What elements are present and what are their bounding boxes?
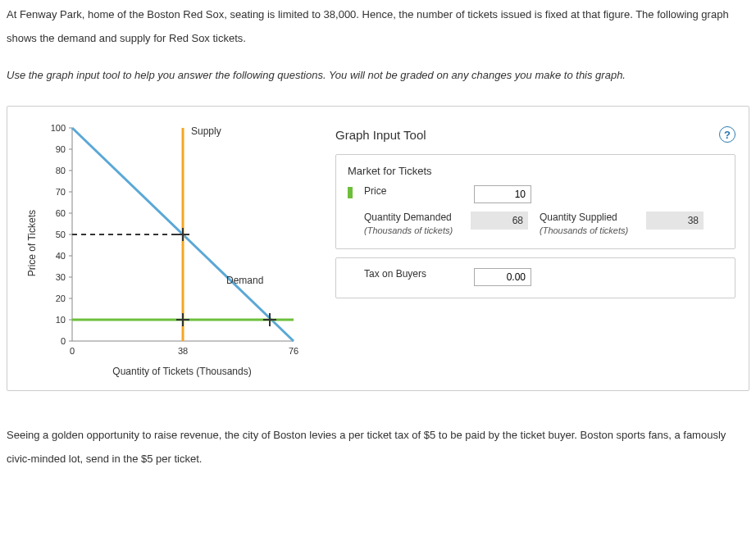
price-input[interactable] [474, 185, 531, 203]
market-group-title: Market for Tickets [348, 165, 723, 177]
market-group: Market for Tickets Price Quantity Demand… [335, 154, 736, 249]
help-icon[interactable]: ? [719, 126, 736, 143]
tool-title: Graph Input Tool [335, 128, 426, 142]
y-tick-70: 70 [56, 187, 66, 197]
x-tick-38: 38 [178, 346, 188, 356]
demand-label: Demand [226, 275, 263, 286]
y-tick-50: 50 [56, 230, 66, 239]
intro-text: At Fenway Park, home of the Boston Red S… [7, 3, 749, 50]
supply-demand-chart[interactable]: 0 10 20 30 40 50 60 70 80 90 100 0 38 76 [39, 120, 310, 366]
y-tick-30: 30 [56, 272, 66, 282]
y-tick-80: 80 [56, 166, 66, 175]
tax-group: Tax on Buyers [335, 257, 736, 298]
y-tick-20: 20 [56, 293, 66, 303]
y-tick-10: 10 [56, 315, 66, 325]
tax-label: Tax on Buyers [364, 268, 462, 281]
y-tick-60: 60 [56, 208, 66, 218]
y-ticks [69, 128, 72, 341]
qs-label: Quantity Supplied (Thousands of tickets) [540, 212, 638, 237]
tax-input[interactable] [474, 268, 531, 286]
y-tick-0: 0 [61, 336, 66, 346]
x-tick-76: 76 [289, 346, 298, 356]
supply-label: Supply [191, 125, 221, 137]
qs-value: 38 [646, 212, 704, 230]
chart-area: Price of Tickets [20, 120, 316, 377]
x-axis-label: Quantity of Tickets (Thousands) [112, 366, 251, 377]
outro-text: Seeing a golden opportunity to raise rev… [7, 424, 749, 471]
x-tick-0: 0 [70, 346, 75, 356]
graph-input-tool: Graph Input Tool ? Market for Tickets Pr… [335, 120, 736, 377]
qd-value: 68 [471, 212, 528, 230]
graph-panel: Price of Tickets [7, 106, 749, 391]
instruction-text: Use the graph input tool to help you ans… [7, 65, 749, 86]
price-swatch-icon [348, 187, 353, 198]
qd-label: Quantity Demanded (Thousands of tickets) [364, 212, 462, 237]
y-tick-100: 100 [51, 123, 66, 133]
y-axis-label: Price of Tickets [26, 210, 38, 276]
price-label: Price [364, 185, 462, 198]
y-tick-40: 40 [56, 251, 66, 261]
handle-supply-price[interactable] [176, 313, 189, 326]
y-tick-90: 90 [56, 144, 66, 154]
